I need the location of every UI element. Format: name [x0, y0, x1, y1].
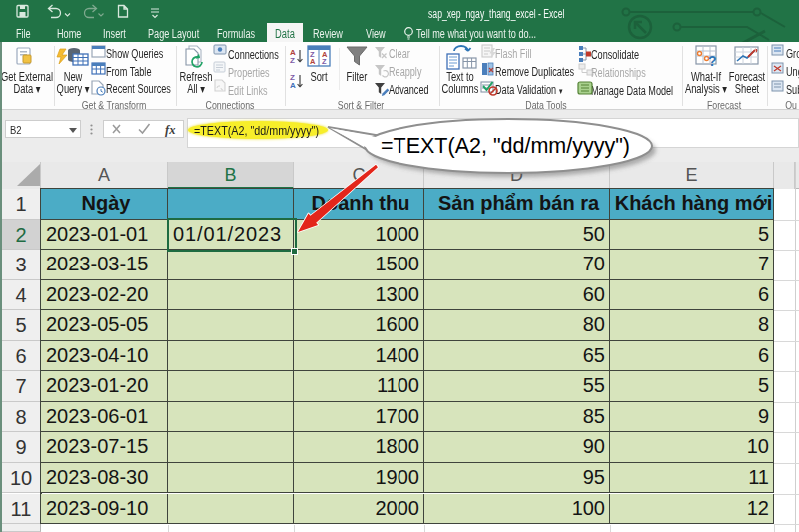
- svg-text:=TEXT(A2, "dd/mm/yyyy"): =TEXT(A2, "dd/mm/yyyy"): [381, 134, 630, 158]
